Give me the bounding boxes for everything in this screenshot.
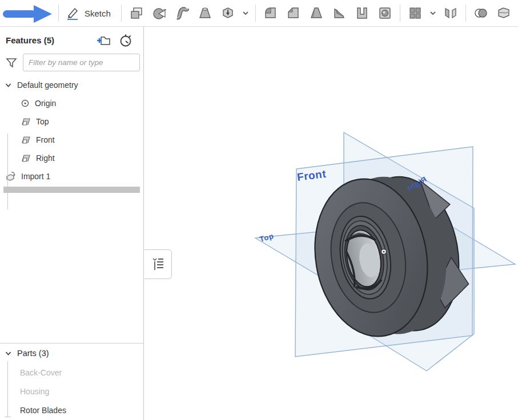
feature-tree: Default geometry Origin Top Front xyxy=(0,74,143,185)
rollback-history-button[interactable] xyxy=(119,33,133,47)
plane-icon xyxy=(21,135,31,144)
tree-node-import-1[interactable]: Import 1 xyxy=(0,167,143,185)
linear-pattern-icon xyxy=(408,6,423,21)
extrude-button[interactable] xyxy=(125,2,148,25)
hole-icon xyxy=(378,6,392,21)
tree-node-default-geometry[interactable]: Default geometry xyxy=(0,76,143,94)
tree-node-front-plane[interactable]: Front xyxy=(0,131,143,149)
boss-dropdown-chevron[interactable] xyxy=(239,2,252,25)
mirror-icon xyxy=(443,6,458,21)
import-feature-icon xyxy=(5,171,16,182)
sweep-button[interactable] xyxy=(171,2,194,25)
chevron-down-icon xyxy=(429,9,437,17)
origin-vertex-dot xyxy=(383,251,384,252)
rib-button[interactable] xyxy=(328,2,351,25)
node-label: Default geometry xyxy=(17,80,78,90)
chamfer-button[interactable] xyxy=(282,2,305,25)
split-button[interactable] xyxy=(492,2,515,25)
part-label: Back-Cover xyxy=(20,368,62,377)
plane-icon xyxy=(21,117,31,126)
mirror-button[interactable] xyxy=(439,2,462,25)
shell-button[interactable] xyxy=(351,2,374,25)
parts-guide-tick xyxy=(5,417,11,417)
filter-funnel-icon xyxy=(5,56,18,69)
pattern-dropdown-chevron[interactable] xyxy=(427,2,439,25)
import-button[interactable] xyxy=(216,2,239,25)
sketch-button[interactable]: Sketch xyxy=(62,2,118,25)
toolbar-divider xyxy=(465,5,466,22)
boolean-button[interactable] xyxy=(469,2,492,25)
toolbar-divider xyxy=(121,5,122,22)
node-label: Import 1 xyxy=(21,172,50,181)
loft-icon xyxy=(198,6,212,21)
split-icon xyxy=(496,6,511,21)
linear-pattern-button[interactable] xyxy=(404,2,427,25)
part-row-back-cover[interactable]: Back-Cover xyxy=(0,363,143,382)
part-label: Rotor Blades xyxy=(20,406,66,415)
features-title: Features (5) xyxy=(6,35,88,45)
import-cube-icon xyxy=(220,6,235,21)
fillet-icon xyxy=(263,6,278,21)
node-label: Top xyxy=(36,117,49,126)
boolean-icon xyxy=(473,6,488,21)
toolbar-divider xyxy=(58,5,59,22)
node-label: Front xyxy=(36,135,55,144)
plane-icon xyxy=(21,154,31,163)
parts-header[interactable]: Parts (3) xyxy=(0,344,143,363)
part-label: Housing xyxy=(20,387,49,396)
draft-icon xyxy=(309,6,324,21)
revolve-button[interactable] xyxy=(148,2,171,25)
new-folder-button[interactable] xyxy=(96,34,111,47)
structure-list-icon xyxy=(150,256,166,272)
parts-guide-line xyxy=(7,361,8,417)
draft-button[interactable] xyxy=(305,2,328,25)
sketch-pencil-icon xyxy=(66,6,81,21)
tree-guide-line xyxy=(7,134,8,209)
origin-icon xyxy=(21,99,30,108)
extrude-icon xyxy=(129,6,144,21)
feature-filter-input[interactable] xyxy=(23,54,140,71)
chevron-down-icon xyxy=(5,82,12,89)
new-folder-icon xyxy=(96,34,111,47)
stopwatch-icon xyxy=(119,33,133,47)
annotation-arrow xyxy=(0,3,55,23)
chevron-down-icon xyxy=(5,350,12,357)
feature-list-panel: Features (5) xyxy=(0,27,144,420)
revolve-icon xyxy=(152,6,167,21)
feature-toolbar: Sketch xyxy=(0,0,518,27)
toolbar-divider xyxy=(400,5,400,22)
part-row-rotor-blades[interactable]: Rotor Blades xyxy=(0,401,143,419)
chevron-down-icon xyxy=(242,9,250,17)
tree-node-top-plane[interactable]: Top xyxy=(0,112,143,131)
parts-list: Parts (3) Back-Cover Housing Rotor Blade… xyxy=(0,343,143,419)
fillet-button[interactable] xyxy=(259,2,282,25)
tree-node-right-plane[interactable]: Right xyxy=(0,149,143,167)
loft-button[interactable] xyxy=(194,2,216,25)
node-label: Right xyxy=(36,154,55,163)
part-row-housing[interactable]: Housing xyxy=(0,382,143,401)
tree-node-origin[interactable]: Origin xyxy=(0,94,143,112)
feature-list-toggle-tab[interactable] xyxy=(144,249,172,279)
parts-title: Parts (3) xyxy=(17,349,49,358)
sketch-label: Sketch xyxy=(85,9,111,18)
sweep-icon xyxy=(175,6,190,21)
chamfer-icon xyxy=(286,6,301,21)
node-label: Origin xyxy=(35,99,56,108)
rollback-bar[interactable] xyxy=(3,187,140,193)
rib-icon xyxy=(332,6,347,21)
toolbar-divider xyxy=(255,5,256,22)
shell-icon xyxy=(355,6,370,21)
hole-button[interactable] xyxy=(374,2,396,25)
